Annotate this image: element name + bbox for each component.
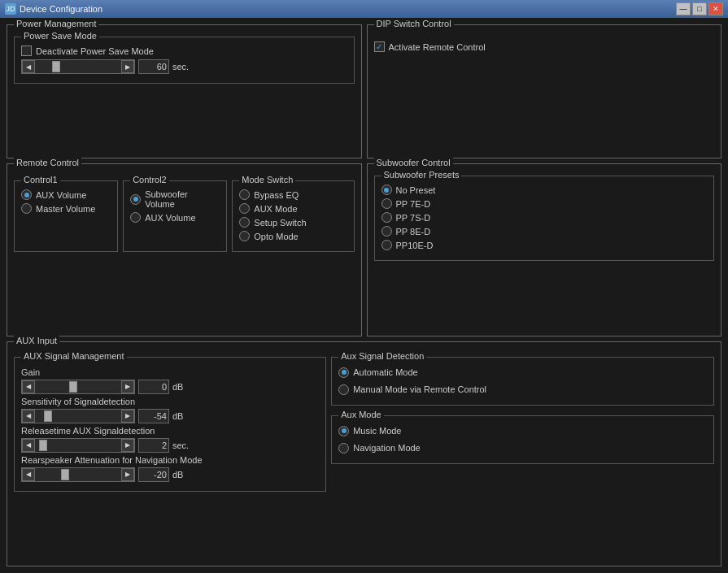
no-preset-label: No Preset xyxy=(396,185,436,195)
setup-switch-label: Setup Switch xyxy=(254,218,306,228)
pp10e-d-radio[interactable] xyxy=(381,240,392,250)
gain-unit: dB xyxy=(172,382,190,392)
power-management-group: Power Management Power Save Mode Deactiv… xyxy=(7,24,362,158)
gain-slider-left[interactable]: ◀ xyxy=(22,380,35,393)
maximize-button[interactable]: □ xyxy=(692,2,707,15)
window-title: Device Configuration xyxy=(20,4,102,14)
bypass-eq-label: Bypass EQ xyxy=(254,190,299,200)
gain-slider-right[interactable]: ▶ xyxy=(121,380,134,393)
music-mode-radio[interactable] xyxy=(338,426,349,436)
control2-subwoofer-volume-radio[interactable] xyxy=(130,194,141,205)
sensitivity-label: Sensitivity of Signaldetection xyxy=(21,397,319,406)
aux-mode-label: AUX Mode xyxy=(254,204,297,214)
control1-group: Control1 AUX Volume Master Volume xyxy=(14,180,118,252)
rearspeaker-label: Rearspeaker Attenuation for Navigation M… xyxy=(21,455,319,465)
subwoofer-control-title: Subwoofer Control xyxy=(374,158,453,167)
subwoofer-presets-title: Subwoofer Presets xyxy=(381,170,462,180)
aux-input-title: AUX Input xyxy=(14,336,59,345)
power-save-value-input[interactable] xyxy=(138,59,169,74)
minimize-button[interactable]: — xyxy=(676,2,691,15)
activate-remote-checkbox[interactable] xyxy=(374,41,385,52)
control2-title: Control2 xyxy=(130,175,169,184)
control2-aux-volume-label: AUX Volume xyxy=(145,213,195,223)
gain-value-input[interactable] xyxy=(138,380,169,394)
rearspeaker-slider-right[interactable]: ▶ xyxy=(121,468,134,481)
power-save-mode-group: Power Save Mode Deactivate Power Save Mo… xyxy=(14,37,355,84)
pp8e-d-radio[interactable] xyxy=(381,226,392,237)
subwoofer-presets-group: Subwoofer Presets No Preset PP 7E-D PP 7… xyxy=(374,176,715,261)
control2-group: Control2 Subwoofer Volume AUX Volume xyxy=(123,180,227,252)
sensitivity-unit: dB xyxy=(172,411,190,421)
bypass-eq-radio[interactable] xyxy=(239,189,250,200)
aux-mode-radio[interactable] xyxy=(239,203,250,214)
subwoofer-control-group: Subwoofer Control Subwoofer Presets No P… xyxy=(367,163,722,336)
mode-switch-title: Mode Switch xyxy=(239,175,295,184)
opto-mode-radio[interactable] xyxy=(239,231,250,241)
rearspeaker-slider-left[interactable]: ◀ xyxy=(22,468,35,481)
rearspeaker-unit: dB xyxy=(172,470,190,480)
releasetime-slider-left[interactable]: ◀ xyxy=(22,439,35,452)
releasetime-label: Releasetime AUX Signaldetection xyxy=(21,426,319,436)
releasetime-slider-right[interactable]: ▶ xyxy=(121,439,134,452)
sensitivity-value-input[interactable] xyxy=(138,409,169,423)
aux-signal-detection-group: Aux Signal Detection Automatic Mode Manu… xyxy=(331,357,714,406)
power-slider-left-arrow[interactable]: ◀ xyxy=(22,60,35,73)
control2-aux-volume-radio[interactable] xyxy=(130,212,141,223)
setup-switch-radio[interactable] xyxy=(239,217,250,228)
releasetime-value-input[interactable] xyxy=(138,438,169,453)
navigation-mode-label: Navigation Mode xyxy=(353,443,421,453)
title-bar: JD Device Configuration — □ ✕ xyxy=(0,0,728,18)
no-preset-radio[interactable] xyxy=(381,184,392,195)
control1-aux-volume-radio[interactable] xyxy=(21,189,32,200)
releasetime-unit: sec. xyxy=(172,441,190,450)
remote-control-title: Remote Control xyxy=(14,158,81,167)
aux-signal-mgmt-title: AUX Signal Management xyxy=(21,351,127,361)
deactivate-power-save-label: Deactivate Power Save Mode xyxy=(36,46,154,56)
dip-switch-title: DIP Switch Control xyxy=(374,19,454,28)
mode-switch-group: Mode Switch Bypass EQ AUX Mode Setup Swi… xyxy=(232,180,354,252)
pp8e-d-label: PP 8E-D xyxy=(396,227,431,237)
activate-remote-label: Activate Remote Control xyxy=(389,42,486,52)
pp7e-d-label: PP 7E-D xyxy=(396,199,431,209)
sensitivity-slider-left[interactable]: ◀ xyxy=(22,410,35,423)
automatic-mode-label: Automatic Mode xyxy=(353,367,417,377)
aux-mode-group: Aux Mode Music Mode Navigation Mode xyxy=(331,415,714,464)
music-mode-label: Music Mode xyxy=(353,426,401,436)
power-management-title: Power Management xyxy=(14,19,98,28)
power-slider-right-arrow[interactable]: ▶ xyxy=(121,60,134,73)
remote-control-group: Remote Control Control1 AUX Volume Maste… xyxy=(7,163,362,336)
manual-mode-label: Manual Mode via Remote Control xyxy=(353,384,486,394)
automatic-mode-radio[interactable] xyxy=(338,367,349,378)
pp7s-d-label: PP 7S-D xyxy=(396,213,431,223)
control1-master-volume-label: Master Volume xyxy=(36,204,95,214)
control1-title: Control1 xyxy=(21,175,60,184)
control1-aux-volume-label: AUX Volume xyxy=(36,190,86,200)
gain-label: Gain xyxy=(21,367,319,377)
aux-input-group: AUX Input AUX Signal Management Gain ◀ ▶… xyxy=(7,341,721,566)
power-save-mode-title: Power Save Mode xyxy=(21,31,99,41)
navigation-mode-radio[interactable] xyxy=(338,443,349,454)
power-save-unit: sec. xyxy=(172,62,190,72)
pp7e-d-radio[interactable] xyxy=(381,198,392,209)
pp7s-d-radio[interactable] xyxy=(381,212,392,223)
app-icon: JD xyxy=(5,3,16,15)
control2-subwoofer-volume-label: Subwoofer Volume xyxy=(145,189,220,209)
aux-signal-mgmt-group: AUX Signal Management Gain ◀ ▶ dB Sensit… xyxy=(14,357,326,492)
opto-mode-label: Opto Mode xyxy=(254,232,298,241)
close-button[interactable]: ✕ xyxy=(708,2,723,15)
control1-master-volume-radio[interactable] xyxy=(21,203,32,214)
rearspeaker-value-input[interactable] xyxy=(138,467,169,482)
aux-signal-detection-title: Aux Signal Detection xyxy=(338,351,426,361)
sensitivity-slider-right[interactable]: ▶ xyxy=(121,410,134,423)
dip-switch-group: DIP Switch Control Activate Remote Contr… xyxy=(367,24,722,158)
pp10e-d-label: PP10E-D xyxy=(396,241,434,250)
deactivate-power-save-checkbox[interactable] xyxy=(21,46,32,56)
aux-mode-title: Aux Mode xyxy=(338,410,384,419)
manual-mode-radio[interactable] xyxy=(338,384,349,395)
